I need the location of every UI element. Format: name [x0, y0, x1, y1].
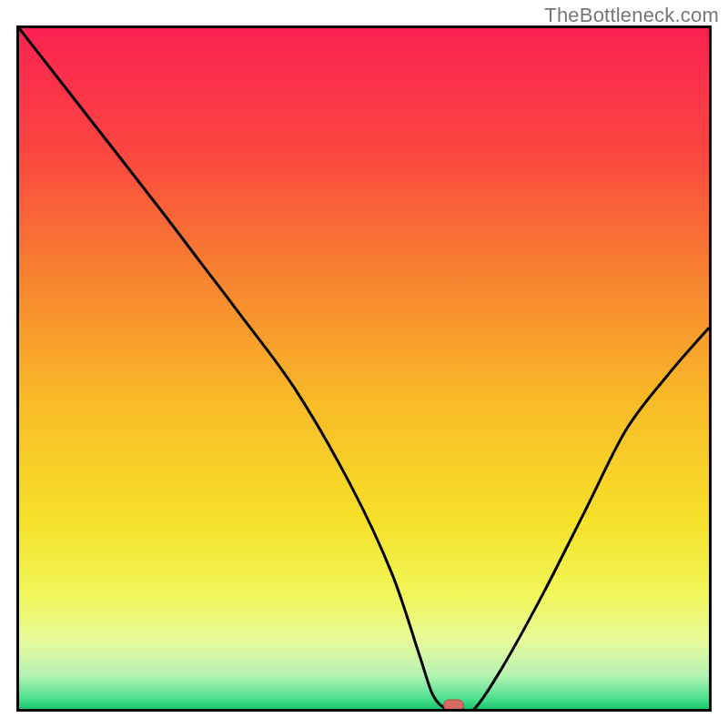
watermark-label: TheBottleneck.com	[544, 4, 719, 27]
chart-svg	[19, 28, 709, 709]
minimum-marker	[444, 700, 464, 709]
plot-area	[16, 25, 712, 712]
chart-container: TheBottleneck.com	[0, 0, 728, 728]
gradient-background	[19, 28, 709, 709]
